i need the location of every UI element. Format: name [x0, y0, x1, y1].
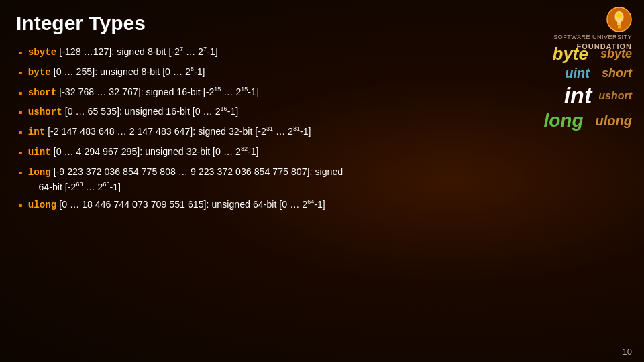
- page-title: Integer Types: [16, 12, 628, 35]
- code-short: short: [28, 87, 57, 98]
- label-short: short: [602, 66, 632, 80]
- code-byte: byte: [28, 67, 51, 78]
- list-item-ulong: ulong [0 … 18 446 744 073 709 551 615]: …: [16, 197, 628, 215]
- page-number: 10: [623, 347, 632, 357]
- list-item-uint: uint [0 … 4 294 967 295]: unsigned 32-bi…: [16, 144, 628, 162]
- code-ushort: ushort: [28, 107, 62, 117]
- svg-point-4: [618, 25, 621, 29]
- code-long: long: [28, 167, 51, 178]
- svg-point-2: [616, 13, 622, 19]
- list-item-long: long [-9 223 372 036 854 775 808 … 9 223…: [16, 164, 628, 194]
- type-label-row3: int ushort: [484, 82, 632, 109]
- logo-top-text: SOFTWARE UNIVERSITY: [553, 34, 632, 42]
- type-label-row1: byte sbyte: [484, 44, 632, 64]
- label-int: int: [564, 82, 592, 109]
- label-uint: uint: [565, 66, 590, 81]
- logo-icon: [606, 7, 632, 32]
- svg-rect-3: [617, 21, 621, 26]
- label-ushort: ushort: [598, 90, 632, 102]
- item-uint-text: uint [0 … 4 294 967 295]: unsigned 32-bi…: [28, 144, 628, 160]
- code-ulong: ulong: [28, 200, 57, 210]
- type-labels: byte sbyte uint short int ushort long ul…: [484, 44, 632, 131]
- label-ulong: ulong: [596, 113, 632, 129]
- code-int: int: [28, 127, 46, 137]
- label-sbyte: sbyte: [600, 47, 632, 61]
- code-uint: uint: [28, 147, 51, 158]
- code-sbyte: sbyte: [28, 47, 57, 58]
- item-long-text: long [-9 223 372 036 854 775 808 … 9 223…: [28, 164, 628, 194]
- label-byte: byte: [553, 44, 588, 64]
- type-label-row4: long ulong: [484, 110, 632, 131]
- item-ulong-text: ulong [0 … 18 446 744 073 709 551 615]: …: [28, 197, 628, 213]
- label-long: long: [543, 110, 583, 131]
- type-label-row2: uint short: [484, 66, 632, 81]
